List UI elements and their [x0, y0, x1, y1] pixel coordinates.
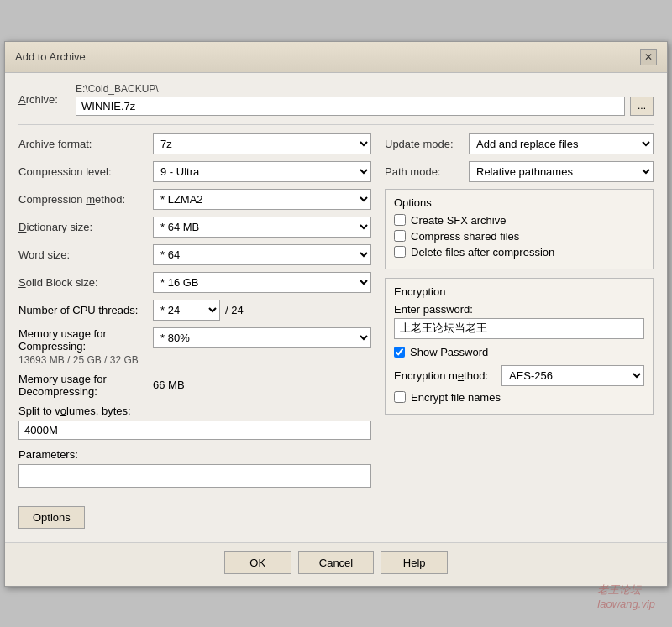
dictionary-size-select[interactable]: * 64 MB 32 MB 16 MB	[153, 217, 371, 238]
delete-files-checkbox[interactable]	[394, 246, 406, 258]
dialog-footer: OK Cancel Help	[5, 542, 667, 586]
params-label: Parameters:	[18, 448, 371, 461]
word-size-select[interactable]: * 64 32 16	[153, 244, 371, 265]
create-sfx-label: Create SFX archive	[411, 214, 506, 227]
compression-method-label: Compression method:	[18, 193, 153, 206]
compress-shared-row: Compress shared files	[394, 230, 644, 243]
delete-files-row: Delete files after compression	[394, 246, 644, 259]
memory-comp-select[interactable]: * 80% 70% 60%	[153, 327, 371, 348]
format-select[interactable]: 7z zip tar	[153, 133, 371, 154]
ok-button[interactable]: OK	[224, 551, 291, 574]
create-sfx-checkbox[interactable]	[394, 214, 406, 226]
format-control: 7z zip tar	[153, 133, 371, 154]
create-sfx-row: Create SFX archive	[394, 214, 644, 227]
cpu-threads-row: Number of CPU threads: * 24 16 8 / 24	[18, 300, 371, 321]
memory-decomp-value: 66 MB	[153, 379, 185, 391]
main-content: Archive format: 7z zip tar Compression l…	[18, 133, 654, 529]
delete-files-label: Delete files after compression	[411, 246, 554, 259]
split-label: Split to volumes, bytes:	[18, 405, 371, 417]
word-size-row: Word size: * 64 32 16	[18, 244, 371, 265]
parameters-section: Parameters:	[18, 448, 371, 488]
compression-level-label: Compression level:	[18, 165, 153, 178]
word-size-control: * 64 32 16	[153, 244, 371, 265]
solid-block-select[interactable]: * 16 GB 8 GB 4 GB	[153, 272, 371, 293]
cpu-select-wrap: * 24 16 8 / 24	[153, 300, 244, 321]
cpu-threads-label: Number of CPU threads:	[18, 304, 153, 316]
memory-comp-sub: 13693 MB / 25 GB / 32 GB	[18, 354, 153, 366]
encrypt-names-label: Encrypt file names	[411, 391, 501, 404]
compress-shared-checkbox[interactable]	[394, 230, 406, 242]
word-size-label: Word size:	[18, 248, 153, 261]
memory-decomp-label: Memory usage for Decompressing:	[18, 373, 153, 398]
archive-row: Archive: E:\Cold_BACKUP\ WINNIE.7z ...	[18, 83, 654, 116]
encryption-method-row: Encryption method: AES-256	[394, 365, 644, 386]
split-input[interactable]	[18, 421, 371, 440]
encrypt-names-row: Encrypt file names	[394, 391, 644, 404]
archive-filename-select[interactable]: WINNIE.7z	[76, 97, 625, 116]
options-button[interactable]: Options	[18, 506, 85, 529]
encryption-group: Encryption Enter password: Show Password…	[385, 278, 654, 415]
memory-comp-label: Memory usage for Compressing:	[18, 327, 153, 353]
encryption-method-select[interactable]: AES-256	[501, 365, 644, 386]
show-password-row: Show Password	[394, 346, 644, 358]
right-panel: Update mode: Add and replace files Updat…	[385, 133, 654, 529]
memory-decomp-row: Memory usage for Decompressing: 66 MB	[18, 373, 371, 398]
memory-comp-block: Memory usage for Compressing: 13693 MB /…	[18, 327, 371, 366]
update-mode-label: Update mode:	[385, 138, 469, 150]
archive-path: E:\Cold_BACKUP\	[76, 83, 654, 95]
solid-block-row: Solid Block size: * 16 GB 8 GB 4 GB	[18, 272, 371, 293]
compression-level-select[interactable]: 9 - Ultra Maximum Normal	[153, 161, 371, 182]
format-row: Archive format: 7z zip tar	[18, 133, 371, 154]
compress-shared-label: Compress shared files	[411, 230, 519, 243]
compression-method-control: * LZMA2 LZMA PPMd	[153, 189, 371, 210]
solid-block-control: * 16 GB 8 GB 4 GB	[153, 272, 371, 293]
dialog-title: Add to Archive	[15, 50, 86, 63]
archive-input-group: E:\Cold_BACKUP\ WINNIE.7z ...	[76, 83, 654, 116]
left-panel: Archive format: 7z zip tar Compression l…	[18, 133, 371, 529]
update-mode-select[interactable]: Add and replace files Update and add fil…	[469, 133, 654, 154]
browse-button[interactable]: ...	[630, 97, 654, 116]
password-input[interactable]	[394, 318, 644, 339]
dictionary-size-control: * 64 MB 32 MB 16 MB	[153, 217, 371, 238]
split-volumes-section: Split to volumes, bytes:	[18, 405, 371, 440]
add-to-archive-dialog: Add to Archive ✕ Archive: E:\Cold_BACKUP…	[4, 41, 668, 587]
solid-block-label: Solid Block size:	[18, 276, 153, 289]
compression-method-row: Compression method: * LZMA2 LZMA PPMd	[18, 189, 371, 210]
update-mode-control: Add and replace files Update and add fil…	[469, 133, 654, 154]
options-group: Options Create SFX archive Compress shar…	[385, 189, 654, 269]
divider-1	[18, 124, 654, 125]
archive-label: Archive:	[18, 93, 69, 106]
options-group-title: Options	[394, 196, 644, 209]
path-mode-row: Path mode: Relative pathnames Absolute p…	[385, 161, 654, 182]
compression-level-row: Compression level: 9 - Ultra Maximum Nor…	[18, 161, 371, 182]
title-bar: Add to Archive ✕	[5, 42, 667, 73]
close-button[interactable]: ✕	[640, 49, 657, 65]
path-mode-select[interactable]: Relative pathnames Absolute pathnames No…	[469, 161, 654, 182]
encrypt-names-checkbox[interactable]	[394, 391, 406, 403]
cancel-button[interactable]: Cancel	[298, 551, 374, 574]
params-input[interactable]	[18, 464, 371, 488]
dictionary-size-row: Dictionary size: * 64 MB 32 MB 16 MB	[18, 217, 371, 238]
encryption-method-label: Encryption method:	[394, 369, 495, 382]
cpu-of-label: / 24	[225, 304, 244, 316]
dictionary-size-label: Dictionary size:	[18, 221, 153, 233]
password-label: Enter password:	[394, 303, 644, 316]
format-label: Archive format:	[18, 138, 153, 150]
dialog-body: Archive: E:\Cold_BACKUP\ WINNIE.7z ... A…	[5, 73, 667, 542]
cpu-threads-select[interactable]: * 24 16 8	[153, 300, 220, 321]
show-password-label: Show Password	[410, 346, 488, 358]
update-mode-row: Update mode: Add and replace files Updat…	[385, 133, 654, 154]
compression-method-select[interactable]: * LZMA2 LZMA PPMd	[153, 189, 371, 210]
encryption-title: Encryption	[394, 285, 644, 298]
show-password-checkbox[interactable]	[394, 347, 405, 358]
path-mode-control: Relative pathnames Absolute pathnames No…	[469, 161, 654, 182]
compression-level-control: 9 - Ultra Maximum Normal	[153, 161, 371, 182]
archive-combo-row: WINNIE.7z ...	[76, 97, 654, 116]
path-mode-label: Path mode:	[385, 165, 469, 178]
watermark: 老王论坛laowang.vip	[597, 583, 655, 610]
help-button[interactable]: Help	[381, 551, 448, 574]
